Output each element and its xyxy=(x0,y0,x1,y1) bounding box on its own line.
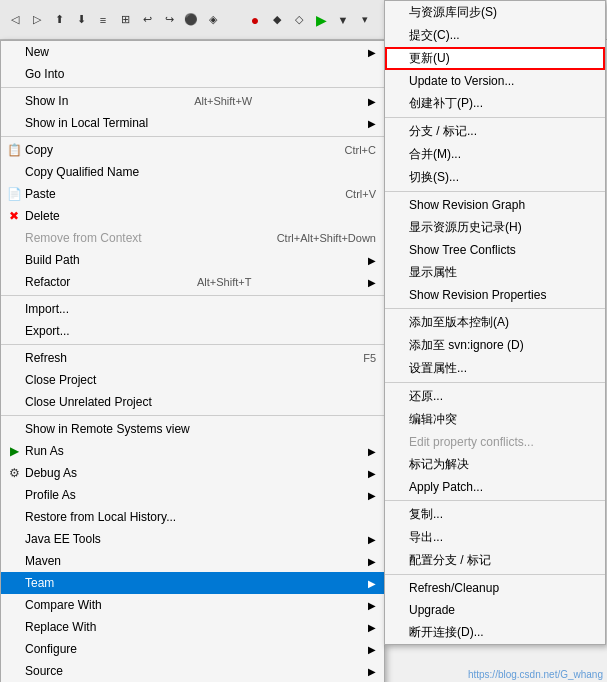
right-context-menu: 与资源库同步(S)提交(C)...更新(U)Update to Version.… xyxy=(384,0,606,645)
edit-conflicts-right-label: 编辑冲突 xyxy=(409,411,457,428)
menu-item-close-unrelated[interactable]: Close Unrelated Project xyxy=(1,391,384,413)
toolbar-btn-5[interactable]: ≡ xyxy=(93,10,113,30)
toolbar-btn-10[interactable]: ◈ xyxy=(203,10,223,30)
refactor-shortcut: Alt+Shift+T xyxy=(177,276,251,288)
menu-item-profile-as[interactable]: Profile As▶ xyxy=(1,484,384,506)
source-label: Source xyxy=(25,664,63,678)
left-context-menu: New▶Go IntoShow InAlt+Shift+W▶Show in Lo… xyxy=(0,40,385,682)
toolbar-btn-14[interactable]: ▾ xyxy=(355,10,375,30)
menu-item-replace-with[interactable]: Replace With▶ xyxy=(1,616,384,638)
right-menu-item-switch[interactable]: 切换(S)... xyxy=(385,166,605,189)
menu-item-go-into[interactable]: Go Into xyxy=(1,63,384,85)
toolbar-btn-green[interactable]: ▶ xyxy=(311,10,331,30)
merge-right-label: 合并(M)... xyxy=(409,146,461,163)
right-menu-item-sync[interactable]: 与资源库同步(S) xyxy=(385,1,605,24)
edit-property-conflicts-right-label: Edit property conflicts... xyxy=(409,435,534,449)
right-menu-item-edit-property-conflicts[interactable]: Edit property conflicts... xyxy=(385,431,605,453)
apply-patch-right-label: Apply Patch... xyxy=(409,480,483,494)
debug-as-icon: ⚙ xyxy=(5,466,23,480)
right-menu-item-add-svnignore[interactable]: 添加至 svn:ignore (D) xyxy=(385,334,605,357)
export-label: Export... xyxy=(25,324,70,338)
toolbar-btn-2[interactable]: ▷ xyxy=(27,10,47,30)
menu-item-team[interactable]: Team▶ xyxy=(1,572,384,594)
right-menu-item-branch-tag[interactable]: 分支 / 标记... xyxy=(385,120,605,143)
right-menu-item-mark-resolved[interactable]: 标记为解决 xyxy=(385,453,605,476)
menu-item-remove-context[interactable]: Remove from ContextCtrl+Alt+Shift+Down xyxy=(1,227,384,249)
toolbar-btn-8[interactable]: ↪ xyxy=(159,10,179,30)
sync-right-label: 与资源库同步(S) xyxy=(409,4,497,21)
go-into-label: Go Into xyxy=(25,67,64,81)
team-arrow: ▶ xyxy=(358,578,376,589)
right-menu-item-edit-conflicts[interactable]: 编辑冲突 xyxy=(385,408,605,431)
right-menu-separator xyxy=(385,191,605,192)
run-as-label: Run As xyxy=(25,444,64,458)
right-menu-item-commit[interactable]: 提交(C)... xyxy=(385,24,605,47)
disconnect-right-label: 断开连接(D)... xyxy=(409,624,484,641)
right-menu-item-disconnect[interactable]: 断开连接(D)... xyxy=(385,621,605,644)
menu-item-refactor[interactable]: RefactorAlt+Shift+T▶ xyxy=(1,271,384,293)
create-patch-right-label: 创建补丁(P)... xyxy=(409,95,483,112)
source-arrow: ▶ xyxy=(358,666,376,677)
menu-item-new[interactable]: New▶ xyxy=(1,41,384,63)
menu-item-restore-history[interactable]: Restore from Local History... xyxy=(1,506,384,528)
right-menu-item-set-property[interactable]: 设置属性... xyxy=(385,357,605,380)
right-menu-item-add-version-control[interactable]: 添加至版本控制(A) xyxy=(385,311,605,334)
show-revision-graph-right-label: Show Revision Graph xyxy=(409,198,525,212)
toolbar-btn-13[interactable]: ▼ xyxy=(333,10,353,30)
configure-label: Configure xyxy=(25,642,77,656)
right-menu-item-apply-patch[interactable]: Apply Patch... xyxy=(385,476,605,498)
show-tree-conflicts-right-label: Show Tree Conflicts xyxy=(409,243,516,257)
menu-item-show-remote[interactable]: Show in Remote Systems view xyxy=(1,418,384,440)
menu-item-export[interactable]: Export... xyxy=(1,320,384,342)
right-menu-item-refresh-cleanup[interactable]: Refresh/Cleanup xyxy=(385,577,605,599)
right-menu-item-export2[interactable]: 导出... xyxy=(385,526,605,549)
refresh-shortcut: F5 xyxy=(343,352,376,364)
menu-item-paste[interactable]: 📄PasteCtrl+V xyxy=(1,183,384,205)
right-menu-item-show-revision-properties[interactable]: Show Revision Properties xyxy=(385,284,605,306)
toolbar-btn-6[interactable]: ⊞ xyxy=(115,10,135,30)
show-in-arrow: ▶ xyxy=(358,96,376,107)
menu-item-configure[interactable]: Configure▶ xyxy=(1,638,384,660)
delete-label: Delete xyxy=(25,209,60,223)
toolbar-btn-1[interactable]: ◁ xyxy=(5,10,25,30)
delete-icon: ✖ xyxy=(5,209,23,223)
right-menu-item-merge[interactable]: 合并(M)... xyxy=(385,143,605,166)
right-menu-item-copy2[interactable]: 复制... xyxy=(385,503,605,526)
menu-item-copy[interactable]: 📋CopyCtrl+C xyxy=(1,139,384,161)
right-menu-item-create-patch[interactable]: 创建补丁(P)... xyxy=(385,92,605,115)
right-menu-item-show-revision-graph[interactable]: Show Revision Graph xyxy=(385,194,605,216)
menu-item-delete[interactable]: ✖Delete xyxy=(1,205,384,227)
toolbar-btn-12[interactable]: ◇ xyxy=(289,10,309,30)
menu-item-maven[interactable]: Maven▶ xyxy=(1,550,384,572)
right-menu-item-update[interactable]: 更新(U) xyxy=(385,47,605,70)
menu-item-compare-with[interactable]: Compare With▶ xyxy=(1,594,384,616)
menu-item-copy-qualified[interactable]: Copy Qualified Name xyxy=(1,161,384,183)
right-menu-item-revert[interactable]: 还原... xyxy=(385,385,605,408)
right-menu-item-show-tree-conflicts[interactable]: Show Tree Conflicts xyxy=(385,239,605,261)
menu-item-build-path[interactable]: Build Path▶ xyxy=(1,249,384,271)
menu-item-close-project[interactable]: Close Project xyxy=(1,369,384,391)
right-menu-item-update-version[interactable]: Update to Version... xyxy=(385,70,605,92)
menu-item-run-as[interactable]: ▶Run As▶ xyxy=(1,440,384,462)
menu-item-debug-as[interactable]: ⚙Debug As▶ xyxy=(1,462,384,484)
add-svnignore-right-label: 添加至 svn:ignore (D) xyxy=(409,337,524,354)
right-menu-item-show-properties[interactable]: 显示属性 xyxy=(385,261,605,284)
paste-label: Paste xyxy=(25,187,56,201)
switch-right-label: 切换(S)... xyxy=(409,169,459,186)
toolbar-btn-11[interactable]: ◆ xyxy=(267,10,287,30)
right-menu-item-config-branch-tag[interactable]: 配置分支 / 标记 xyxy=(385,549,605,572)
right-menu-item-show-revision-history[interactable]: 显示资源历史记录(H) xyxy=(385,216,605,239)
toolbar-btn-9[interactable]: ⚫ xyxy=(181,10,201,30)
toolbar-btn-4[interactable]: ⬇ xyxy=(71,10,91,30)
right-menu-item-upgrade[interactable]: Upgrade xyxy=(385,599,605,621)
menu-item-refresh[interactable]: RefreshF5 xyxy=(1,347,384,369)
menu-item-show-local-terminal[interactable]: Show in Local Terminal▶ xyxy=(1,112,384,134)
toolbar-btn-3[interactable]: ⬆ xyxy=(49,10,69,30)
toolbar-btn-red[interactable]: ● xyxy=(245,10,265,30)
toolbar-btn-7[interactable]: ↩ xyxy=(137,10,157,30)
menu-item-show-in[interactable]: Show InAlt+Shift+W▶ xyxy=(1,90,384,112)
run-as-icon: ▶ xyxy=(5,444,23,458)
menu-item-source[interactable]: Source▶ xyxy=(1,660,384,682)
menu-item-import[interactable]: Import... xyxy=(1,298,384,320)
menu-item-java-ee[interactable]: Java EE Tools▶ xyxy=(1,528,384,550)
